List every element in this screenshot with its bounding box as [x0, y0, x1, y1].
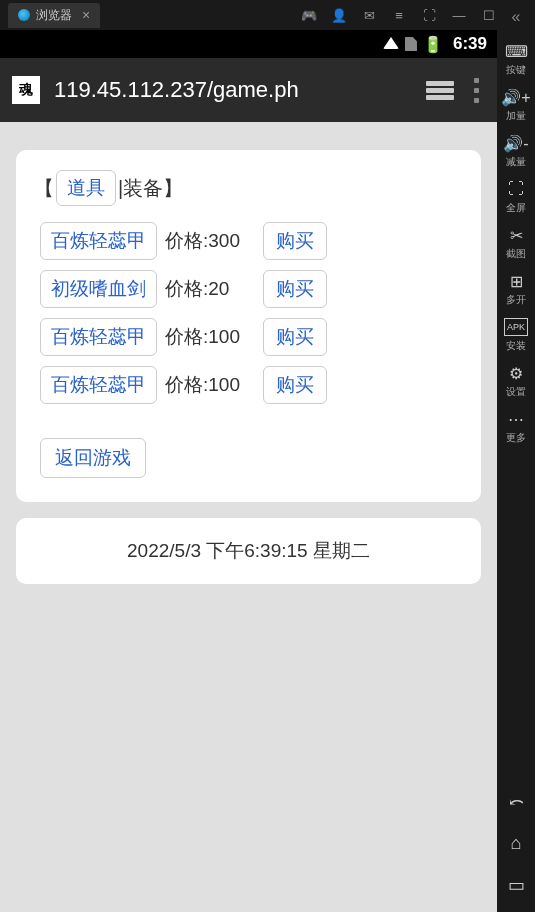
sidebar-item-volume-up[interactable]: 🔊+ 加量	[497, 80, 535, 126]
item-name-button[interactable]: 百炼轻蕊甲	[40, 318, 157, 356]
status-clock: 6:39	[453, 34, 487, 54]
bracket-close: 】	[163, 175, 183, 202]
gamepad-icon[interactable]: 🎮	[301, 7, 317, 23]
browser-menu-icon[interactable]	[468, 78, 485, 103]
page-body: 【 道具 | 装备 】 百炼轻蕊甲价格:300购买初级嗜血剑价格:20购买百炼轻…	[0, 122, 497, 912]
apk-icon: APK	[504, 318, 528, 336]
shop-item-row: 百炼轻蕊甲价格:100购买	[40, 318, 463, 356]
page-favicon: 魂	[12, 76, 40, 104]
item-name-button[interactable]: 初级嗜血剑	[40, 270, 157, 308]
sidebar-item-fullscreen[interactable]: ⛶ 全屏	[497, 172, 535, 218]
fullscreen-icon: ⛶	[508, 180, 524, 198]
buy-button[interactable]: 购买	[263, 270, 327, 308]
sidebar-item-multi[interactable]: ⊞ 多开	[497, 264, 535, 310]
emulator-sidebar: « ⌨ 按键 🔊+ 加量 🔊- 减量 ⛶ 全屏 ✂ 截图 ⊞ 多开 APK 安装…	[497, 0, 535, 912]
volume-down-icon: 🔊-	[503, 134, 528, 152]
item-price: 价格:100	[165, 372, 255, 398]
window-controls: 🎮 👤 ✉ ≡ ⛶ — ☐ ✕	[301, 7, 527, 23]
bracket-open: 【	[34, 175, 54, 202]
android-back-icon[interactable]: ⤺	[509, 791, 524, 813]
wifi-icon	[383, 37, 399, 49]
volume-up-icon: 🔊+	[501, 88, 530, 106]
browser-tab[interactable]: 浏览器 ×	[8, 3, 100, 28]
mail-icon[interactable]: ✉	[361, 7, 377, 23]
maximize-icon[interactable]: ☐	[481, 7, 497, 23]
item-name-button[interactable]: 百炼轻蕊甲	[40, 222, 157, 260]
tab-favicon	[18, 9, 30, 21]
emulator-viewport: 🔋 6:39 魂 119.45.112.237/game.ph 【 道具 | 装…	[0, 30, 497, 912]
gear-icon: ⚙	[509, 364, 523, 382]
browser-toolbar: 魂 119.45.112.237/game.ph	[0, 58, 497, 122]
battery-charging-icon: 🔋	[423, 35, 443, 54]
item-price: 价格:300	[165, 228, 255, 254]
category-row: 【 道具 | 装备 】	[34, 170, 463, 206]
sidebar-item-install[interactable]: APK 安装	[497, 310, 535, 356]
sidebar-item-screenshot[interactable]: ✂ 截图	[497, 218, 535, 264]
item-price: 价格:100	[165, 324, 255, 350]
item-name-button[interactable]: 百炼轻蕊甲	[40, 366, 157, 404]
tab-close-icon[interactable]: ×	[82, 7, 90, 23]
sidebar-item-volume-down[interactable]: 🔊- 减量	[497, 126, 535, 172]
category-items-button[interactable]: 道具	[56, 170, 116, 206]
sidebar-item-keys[interactable]: ⌨ 按键	[497, 34, 535, 80]
tab-title: 浏览器	[36, 7, 72, 24]
category-equip-label: 装备	[123, 175, 163, 202]
url-bar[interactable]: 119.45.112.237/game.ph	[54, 77, 412, 103]
android-home-icon[interactable]: ⌂	[511, 833, 522, 854]
tabs-switcher-icon[interactable]	[426, 81, 454, 99]
item-price: 价格:20	[165, 276, 255, 302]
buy-button[interactable]: 购买	[263, 318, 327, 356]
no-sim-icon	[405, 37, 417, 51]
multi-instance-icon: ⊞	[510, 272, 523, 290]
account-icon[interactable]: 👤	[331, 7, 347, 23]
hamburger-icon[interactable]: ≡	[391, 7, 407, 23]
scissors-icon: ✂	[510, 226, 523, 244]
android-status-bar: 🔋 6:39	[0, 30, 497, 58]
android-recent-icon[interactable]: ▭	[508, 874, 525, 896]
timestamp-card: 2022/5/3 下午6:39:15 星期二	[16, 518, 481, 584]
keyboard-icon: ⌨	[505, 42, 528, 60]
minimize-icon[interactable]: —	[451, 7, 467, 23]
shop-card: 【 道具 | 装备 】 百炼轻蕊甲价格:300购买初级嗜血剑价格:20购买百炼轻…	[16, 150, 481, 502]
expand-icon[interactable]: ⛶	[421, 7, 437, 23]
shop-item-row: 百炼轻蕊甲价格:100购买	[40, 366, 463, 404]
back-to-game-button[interactable]: 返回游戏	[40, 438, 146, 478]
more-icon: ⋯	[508, 410, 524, 428]
buy-button[interactable]: 购买	[263, 366, 327, 404]
shop-item-row: 初级嗜血剑价格:20购买	[40, 270, 463, 308]
buy-button[interactable]: 购买	[263, 222, 327, 260]
collapse-sidebar-icon[interactable]: «	[512, 4, 521, 34]
window-title-bar: 浏览器 × 🎮 👤 ✉ ≡ ⛶ — ☐ ✕	[0, 0, 535, 30]
timestamp-text: 2022/5/3 下午6:39:15 星期二	[127, 540, 370, 561]
sidebar-item-more[interactable]: ⋯ 更多	[497, 402, 535, 448]
sidebar-item-settings[interactable]: ⚙ 设置	[497, 356, 535, 402]
shop-item-row: 百炼轻蕊甲价格:300购买	[40, 222, 463, 260]
